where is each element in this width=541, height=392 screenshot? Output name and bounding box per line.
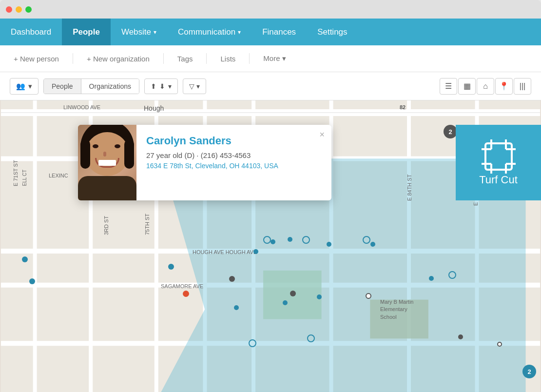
more-arrow-icon: ▾ bbox=[282, 54, 286, 62]
new-person-button[interactable]: + New person bbox=[10, 52, 63, 66]
sort-up-icon: ⬆ bbox=[151, 82, 156, 90]
turf-cut-icon bbox=[482, 139, 516, 174]
toolbar-divider-1 bbox=[73, 53, 73, 64]
toolbar: + New person + New organization Tags Lis… bbox=[0, 45, 541, 72]
filter-funnel-icon: ▽ bbox=[189, 82, 194, 90]
street-label-84th: E 84TH ST bbox=[406, 175, 412, 201]
navbar: Dashboard People Website ▾ Communication… bbox=[0, 19, 541, 45]
list-icon: ▦ bbox=[464, 81, 471, 91]
map-dot-6[interactable] bbox=[288, 237, 292, 242]
map-dot-5[interactable] bbox=[253, 249, 258, 254]
tags-button[interactable]: Tags bbox=[174, 52, 197, 66]
close-btn[interactable] bbox=[6, 6, 12, 13]
more-button[interactable]: More ▾ bbox=[259, 51, 290, 66]
lists-button[interactable]: Lists bbox=[216, 52, 239, 66]
map-badge-top[interactable]: 2 bbox=[444, 125, 457, 138]
map-badge-bottom[interactable]: 2 bbox=[522, 365, 536, 378]
people-type-dropdown[interactable]: 👥 ▾ bbox=[10, 78, 39, 95]
svg-rect-18 bbox=[485, 143, 512, 170]
map-dot-dark-3[interactable] bbox=[458, 334, 463, 339]
filter-button[interactable]: ▽ ▾ bbox=[183, 78, 206, 94]
toolbar-divider-4 bbox=[249, 53, 250, 64]
nav-website[interactable]: Website ▾ bbox=[111, 19, 167, 45]
popup-address[interactable]: 1634 E 78th St, Cleveland, OH 44103, USA bbox=[146, 162, 278, 170]
map-dot-10[interactable] bbox=[234, 305, 239, 310]
popup-photo bbox=[78, 125, 136, 200]
card-view-button[interactable]: ☰ bbox=[440, 78, 457, 95]
map-dot-outline-5[interactable] bbox=[307, 334, 315, 342]
street-label-school: Mary B MartinElementarySchool bbox=[380, 298, 413, 321]
street-label-3rd: 3RD ST bbox=[103, 216, 109, 235]
map-dot-dark-1[interactable] bbox=[229, 276, 235, 282]
nav-people[interactable]: People bbox=[62, 19, 111, 45]
popup-close-button[interactable]: × bbox=[319, 130, 325, 140]
minimize-btn[interactable] bbox=[16, 6, 22, 13]
maximize-btn[interactable] bbox=[25, 6, 32, 13]
street-label-hough-ave: HOUGH AVE HOUGH AVE bbox=[193, 249, 257, 255]
nav-finances[interactable]: Finances bbox=[251, 19, 307, 45]
sort-down-icon: ⬇ bbox=[159, 82, 165, 90]
map-dot-outline-2[interactable] bbox=[302, 236, 310, 244]
house-view-button[interactable]: ⌂ bbox=[477, 78, 494, 95]
pin-icon: 📍 bbox=[499, 81, 509, 91]
street-label-75th: 75TH ST bbox=[144, 214, 150, 235]
nav-dashboard[interactable]: Dashboard bbox=[0, 19, 62, 45]
nav-settings[interactable]: Settings bbox=[307, 19, 358, 45]
chart-icon: ||| bbox=[520, 82, 525, 91]
map-dot-outline-6[interactable] bbox=[448, 271, 456, 279]
nav-communication[interactable]: Communication ▾ bbox=[167, 19, 251, 45]
street-label-linwood: LINWOOD AVE bbox=[63, 104, 100, 110]
map-dot-outline-1[interactable] bbox=[263, 236, 271, 244]
dropdown-arrow-icon: ▾ bbox=[28, 82, 32, 91]
street-label-hough: Hough bbox=[144, 104, 164, 112]
sort-button[interactable]: ⬆ ⬇ ▾ bbox=[144, 78, 178, 94]
street-label-sagamore: SAGAMORE AVE bbox=[161, 283, 203, 289]
turf-cut-button[interactable]: Turf Cut bbox=[456, 125, 541, 200]
people-tab[interactable]: People bbox=[44, 79, 81, 94]
map-dot-12[interactable] bbox=[317, 294, 322, 299]
street-label-lexing: LEXINC bbox=[49, 173, 68, 178]
title-bar bbox=[0, 0, 541, 19]
map-dot-8[interactable] bbox=[370, 242, 375, 247]
communication-arrow-icon: ▾ bbox=[238, 29, 241, 36]
map-dot-white-1[interactable] bbox=[366, 293, 371, 299]
people-type-icon: 👥 bbox=[16, 82, 25, 91]
map-dot-3[interactable] bbox=[168, 264, 174, 270]
street-label-71st: E 71ST ST bbox=[13, 160, 19, 186]
street-label-ellct: ELL CT bbox=[22, 170, 27, 186]
map-dot-white-2[interactable] bbox=[497, 342, 502, 347]
filter-arrow-icon: ▾ bbox=[196, 82, 200, 90]
map-dot-outline-4[interactable] bbox=[249, 339, 256, 347]
popup-age-phone: 27 year old (D) · (216) 453-4563 bbox=[146, 151, 278, 159]
filter-bar: 👥 ▾ People Organizations ⬆ ⬇ ▾ ▽ ▾ ☰ ▦ ⌂… bbox=[0, 72, 541, 100]
map-view-button[interactable]: 📍 bbox=[495, 78, 513, 95]
map-dot-2[interactable] bbox=[29, 278, 35, 284]
map-dot-dark-2[interactable] bbox=[290, 291, 296, 296]
view-toggles: ☰ ▦ ⌂ 📍 ||| bbox=[440, 78, 531, 95]
map-dot-7[interactable] bbox=[327, 242, 331, 247]
chart-view-button[interactable]: ||| bbox=[514, 78, 531, 95]
sort-arrow-icon: ▾ bbox=[168, 82, 172, 90]
popup-info: Carolyn Sanders 27 year old (D) · (216) … bbox=[136, 125, 298, 200]
organizations-tab[interactable]: Organizations bbox=[81, 79, 139, 94]
new-organization-button[interactable]: + New organization bbox=[83, 52, 154, 66]
card-icon: ☰ bbox=[445, 81, 452, 91]
map-dot-1[interactable] bbox=[22, 256, 28, 262]
map-dot-red-1[interactable] bbox=[183, 291, 189, 297]
map-dot-11[interactable] bbox=[283, 300, 288, 305]
website-arrow-icon: ▾ bbox=[154, 29, 156, 36]
people-orgs-toggle: People Organizations bbox=[43, 78, 139, 94]
toolbar-divider-2 bbox=[163, 53, 164, 64]
toolbar-divider-3 bbox=[206, 53, 207, 64]
person-popup: × bbox=[78, 125, 331, 200]
map-dot-4[interactable] bbox=[270, 239, 275, 244]
turf-cut-label: Turf Cut bbox=[479, 174, 518, 186]
map-dot-9[interactable] bbox=[429, 276, 434, 281]
house-icon: ⌂ bbox=[483, 82, 488, 91]
map-dot-outline-3[interactable] bbox=[363, 236, 370, 244]
popup-person-name[interactable]: Carolyn Sanders bbox=[146, 135, 278, 147]
list-view-button[interactable]: ▦ bbox=[458, 78, 476, 95]
map-container[interactable]: LINWOOD AVE Hough 82 E 71ST ST ELL CT LE… bbox=[0, 100, 541, 392]
street-label-82: 82 bbox=[400, 104, 406, 110]
